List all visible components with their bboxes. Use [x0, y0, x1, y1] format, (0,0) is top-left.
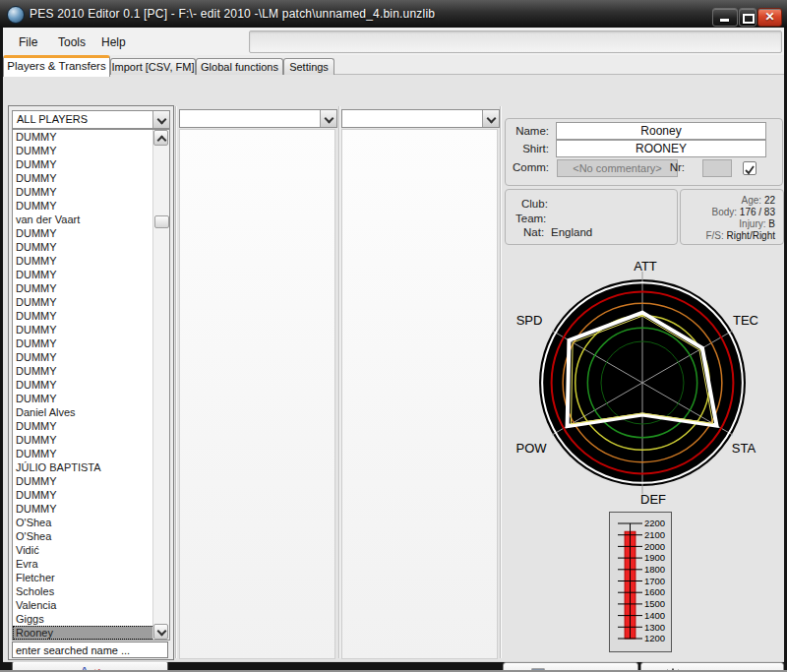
close-icon: ✕ — [758, 10, 781, 24]
list-item[interactable]: DUMMY — [13, 433, 154, 447]
list-item[interactable]: Scholes — [13, 584, 154, 598]
svg-text:SPD: SPD — [516, 313, 543, 328]
list-item[interactable]: DUMMY — [13, 185, 154, 199]
body-row: Body: 176 / 83 — [711, 207, 775, 217]
list-item[interactable]: van der Vaart — [13, 213, 154, 226]
list-item[interactable]: O'Shea — [13, 516, 154, 529]
list-item[interactable]: DUMMY — [13, 502, 154, 516]
svg-text:1700: 1700 — [644, 576, 665, 586]
minimize-button[interactable] — [712, 8, 738, 27]
client-area: File Tools Help Players & Transfers Impo… — [3, 28, 784, 661]
svg-text:1200: 1200 — [644, 633, 665, 643]
shirt-label: Shirt: — [510, 143, 549, 154]
menu-tools[interactable]: Tools — [52, 33, 91, 51]
svg-text:1900: 1900 — [644, 552, 665, 563]
list-item[interactable]: Rooney — [13, 626, 154, 640]
list-item[interactable]: DUMMY — [13, 378, 154, 392]
filter-select-3[interactable] — [341, 109, 500, 128]
list-item[interactable]: DUMMY — [13, 336, 154, 350]
chevron-down-icon[interactable] — [482, 110, 499, 127]
shirt-field[interactable] — [556, 140, 766, 157]
filter-select-2[interactable] — [179, 109, 337, 128]
list-item[interactable]: DUMMY — [13, 392, 154, 405]
svg-text:STA: STA — [732, 441, 757, 456]
tab-global-functions[interactable]: Global functions — [196, 58, 283, 75]
nat-value: England — [551, 226, 592, 238]
list-item[interactable]: DUMMY — [13, 474, 154, 488]
list-item[interactable]: Valencia — [13, 598, 154, 612]
rating-gauge: 2200210020001900180017001600150014001300… — [609, 512, 672, 652]
list-item[interactable]: DUMMY — [13, 199, 154, 213]
name-field[interactable] — [556, 122, 766, 140]
list-item[interactable]: DUMMY — [13, 419, 154, 433]
list-item[interactable]: DUMMY — [13, 130, 154, 144]
check-icon — [744, 164, 756, 176]
svg-text:TEC: TEC — [733, 313, 758, 328]
list-item[interactable]: DUMMY — [13, 323, 154, 336]
players-filter-select[interactable]: ALL PLAYERS — [12, 110, 170, 129]
list-item[interactable]: DUMMY — [13, 309, 154, 323]
players-transfers-page: ALL PLAYERS DUMMYDUMMYDUMMYDUMMYDUMMYDUM… — [3, 74, 784, 662]
scroll-down-button[interactable] — [153, 624, 168, 640]
age-row: Age: 22 — [742, 195, 775, 206]
list-item[interactable]: DUMMY — [13, 281, 154, 295]
search-input[interactable] — [12, 641, 168, 658]
list-item[interactable]: DUMMY — [13, 364, 154, 378]
list-item[interactable]: Daniel Alves — [13, 405, 154, 419]
app-icon — [7, 6, 25, 24]
player-list-scrollbar[interactable] — [152, 130, 169, 640]
list-item[interactable]: DUMMY — [13, 254, 154, 268]
sort-az-cancel-icon: A Z ✗ — [79, 666, 102, 672]
close-button[interactable]: ✕ — [757, 8, 782, 27]
compare-button[interactable]: Compare — [503, 662, 638, 672]
sort-az-button[interactable]: A Z ✗ — [12, 661, 168, 672]
player-listbox[interactable]: DUMMYDUMMYDUMMYDUMMYDUMMYDUMMYvan der Va… — [12, 129, 170, 641]
list-item[interactable]: DUMMY — [13, 144, 154, 157]
titlebar[interactable]: PES 2010 Editor 0.1 [PC] - F:\- edit 201… — [0, 0, 787, 28]
list-item[interactable]: DUMMY — [13, 157, 154, 171]
svg-text:1800: 1800 — [644, 564, 665, 575]
nr-checkbox[interactable] — [743, 161, 757, 175]
svg-text:1300: 1300 — [644, 622, 665, 633]
svg-text:1600: 1600 — [644, 586, 665, 597]
list-item[interactable]: DUMMY — [13, 350, 154, 364]
list-column-2[interactable] — [179, 129, 335, 659]
list-item[interactable]: DUMMY — [13, 240, 154, 254]
nr-field[interactable] — [702, 159, 732, 177]
chevron-down-icon[interactable] — [320, 110, 336, 127]
svg-text:POW: POW — [515, 441, 547, 456]
compare-icon — [531, 668, 547, 672]
svg-text:ATT: ATT — [634, 259, 657, 274]
spider-chart-button[interactable]: Spider chart — [640, 662, 784, 672]
list-item[interactable]: Evra — [13, 557, 154, 571]
tab-settings[interactable]: Settings — [283, 58, 334, 75]
menu-help[interactable]: Help — [95, 33, 132, 51]
list-column-3[interactable] — [341, 129, 498, 659]
list-item[interactable]: DUMMY — [13, 226, 154, 240]
list-item[interactable]: O'Shea — [13, 529, 154, 543]
list-item[interactable]: Giggs — [13, 612, 154, 626]
list-item[interactable]: DUMMY — [13, 171, 154, 185]
list-item[interactable]: DUMMY — [13, 268, 154, 281]
list-item[interactable]: Vidić — [13, 543, 154, 557]
chevron-down-icon[interactable] — [152, 111, 169, 128]
list-item[interactable]: JÚLIO BAPTISTA — [13, 460, 154, 474]
chevron-up-icon — [156, 136, 166, 146]
tab-players-transfers[interactable]: Players & Transfers — [3, 55, 110, 77]
injury-row: Injury: B — [739, 218, 775, 229]
window-title: PES 2010 Editor 0.1 [PC] - F:\- edit 201… — [30, 7, 435, 21]
list-item[interactable]: Fletcher — [13, 571, 154, 584]
scrollbar-thumb[interactable] — [154, 215, 169, 228]
scroll-up-button[interactable] — [153, 130, 168, 146]
fs-row: F/S: Right/Right — [705, 230, 775, 241]
menu-file[interactable]: File — [13, 33, 43, 51]
svg-text:2000: 2000 — [644, 541, 665, 552]
comm-label: Comm: — [510, 161, 549, 173]
list-item[interactable]: DUMMY — [13, 488, 154, 502]
list-item[interactable]: DUMMY — [13, 447, 154, 460]
nat-label: Nat: — [523, 226, 544, 238]
nr-label: Nr: — [655, 161, 685, 173]
tab-import-csv-fm[interactable]: Import [CSV, FM] — [110, 58, 196, 75]
maximize-button[interactable] — [739, 8, 757, 27]
list-item[interactable]: DUMMY — [13, 295, 154, 309]
